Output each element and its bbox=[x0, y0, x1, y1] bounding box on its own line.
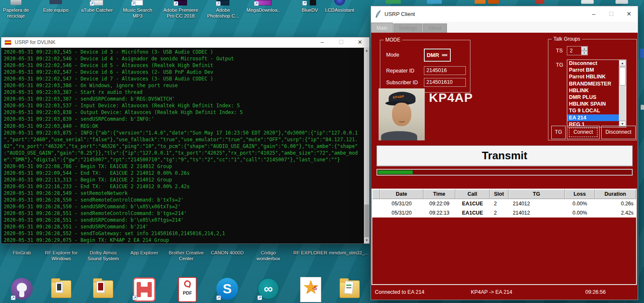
pdf-icon[interactable]: PDF bbox=[177, 277, 200, 303]
music-file-icon[interactable]: ↗ bbox=[132, 0, 143, 5]
tg-item[interactable]: Parrot HBLINK bbox=[567, 73, 619, 80]
folder-papers-icon[interactable] bbox=[338, 277, 361, 303]
desktop-icon-app-explorer[interactable]: App Explorer bbox=[123, 250, 165, 256]
table-row[interactable]: 05/31/20 09:22:09 EA1CUE 2 214012 0.00% … bbox=[372, 199, 636, 208]
tg-item-selected[interactable]: EA 214 bbox=[567, 114, 619, 121]
log-line: 2020-05-31 09:22:09,544 - End TX: EA1CUE… bbox=[4, 170, 364, 176]
log-line: ","port":"2460","use_serial":"false"},"u… bbox=[4, 136, 364, 143]
tg-item[interactable]: Disconnect bbox=[567, 60, 619, 67]
scroll-up-icon[interactable]: ▲ bbox=[364, 48, 369, 54]
repeater-id-field[interactable]: 2145016 bbox=[424, 66, 466, 75]
console-minimize-button[interactable]: – bbox=[313, 37, 332, 48]
console-maximize-button[interactable]: ☐ bbox=[332, 37, 351, 48]
transmit-button[interactable]: Transmit bbox=[377, 145, 633, 166]
tg-item[interactable]: Parrot BM bbox=[567, 67, 619, 73]
scrollbar-thumb[interactable] bbox=[619, 67, 626, 85]
subscriber-id-field[interactable]: 214501610 bbox=[424, 78, 466, 87]
mode-led-indicator bbox=[441, 54, 448, 57]
usrp-client-window: USRP Client – ☐ ✕ Main Settings About MO… bbox=[371, 6, 638, 300]
console-close-button[interactable]: ✕ bbox=[351, 37, 369, 48]
spin-up-icon[interactable]: ▲ bbox=[581, 47, 587, 51]
log-line: 2020-05-31 09:22:02,547 - Device id 7 - … bbox=[4, 75, 364, 82]
log-line: 2020-05-31 09:22:03,875 - INFO:{"ab":{"v… bbox=[4, 129, 364, 136]
desktop-icon-mmdvm[interactable]: mmdvm_stm32_... bbox=[328, 250, 370, 256]
log-line: 2020-05-31 09:26:28,550 - sendUSRPComman… bbox=[4, 203, 364, 210]
ts-spinner[interactable]: 2 ▲▼ bbox=[567, 46, 588, 55]
desktop-icon-papelera[interactable]: Papelera de reciclaje bbox=[0, 7, 37, 19]
desktop-icon-megadownloader[interactable]: MegaDownloa.. bbox=[242, 7, 284, 13]
usrp-titlebar[interactable]: USRP Client – ☐ ✕ bbox=[371, 6, 638, 22]
log-line: 2020-05-31 09:22:08,786 - Begin TX: EA1C… bbox=[4, 163, 364, 170]
tg-item[interactable]: TG 9 LOCAL bbox=[567, 107, 619, 114]
premiere-icon[interactable]: ↗ bbox=[174, 0, 187, 5]
folder-icon[interactable] bbox=[49, 277, 73, 303]
log-line: 2020-05-31 09:22:03,839 - sendUSRPComman… bbox=[4, 116, 364, 122]
console-titlebar[interactable]: USRP for DVLINK – ☐ ✕ bbox=[1, 37, 369, 48]
tg-button[interactable]: TG bbox=[551, 126, 566, 139]
col-date[interactable]: Date bbox=[380, 189, 423, 199]
photoshop-icon[interactable]: ↗ bbox=[217, 0, 229, 5]
github-icon[interactable]: ↗ bbox=[10, 277, 34, 303]
tg-item[interactable]: DMR PLUS bbox=[567, 94, 619, 101]
console-log: 2020-05-31 09:22:02,545 - Device id 3 - … bbox=[4, 49, 364, 243]
desktop-icon-rf-explorer-windows[interactable]: RF Explorer for Windows bbox=[40, 250, 82, 262]
desktop-icon-canon[interactable]: CANON 4000D bbox=[206, 250, 248, 256]
usrp-tabbar: Main Settings About bbox=[371, 22, 638, 33]
user-photo: KP4AP bbox=[379, 88, 425, 140]
tab-settings[interactable]: Settings bbox=[393, 23, 422, 33]
spin-down-icon[interactable]: ▼ bbox=[581, 51, 587, 55]
col-tg[interactable]: TG bbox=[509, 189, 565, 199]
desktop-icon-music-search[interactable]: Music Search MP3 bbox=[117, 7, 158, 19]
arduino-icon[interactable]: ∞ ↗ bbox=[257, 277, 280, 303]
desktop-icon-flixgrab[interactable]: FlixGrab bbox=[1, 250, 43, 256]
col-loss[interactable]: Loss bbox=[565, 189, 595, 199]
col-call[interactable]: Call bbox=[455, 189, 490, 199]
tg-listbox[interactable]: Disconnect Parrot BM Parrot HBLINK BRAND… bbox=[567, 60, 626, 127]
table-row[interactable]: 05/31/20 09:22:13 EA1CUE 2 214012 0.00% … bbox=[372, 208, 636, 218]
bluedv-icon[interactable]: ↗ bbox=[304, 0, 316, 5]
scroll-up-icon[interactable]: ▲ bbox=[619, 60, 626, 66]
lcdassistant-icon[interactable] bbox=[334, 0, 345, 5]
tab-about[interactable]: About bbox=[423, 23, 447, 33]
usrp-minimize-button[interactable]: – bbox=[585, 6, 602, 22]
log-line: 2020-05-31 09:22:03,387 - sendUSRPComman… bbox=[4, 96, 364, 102]
scroll-down-icon[interactable]: ▼ bbox=[364, 238, 369, 243]
desktop-icon-rf-explorer[interactable]: RF EXPLORER bbox=[289, 250, 331, 256]
tg-list-scrollbar[interactable]: ▲ ▼ bbox=[619, 60, 626, 127]
desktop-icon-photoshop[interactable]: Adobe Photoshop C... bbox=[202, 7, 244, 19]
table-header-row: Date Time Call Slot TG Loss Duration bbox=[372, 189, 636, 199]
tab-main[interactable]: Main bbox=[371, 23, 393, 33]
connect-button[interactable]: Connect bbox=[567, 126, 600, 139]
adobe-folder-icon[interactable] bbox=[91, 277, 115, 303]
desktop-icon-atube[interactable]: aTube Catcher bbox=[76, 7, 118, 13]
red-tile-icon[interactable]: ↗ bbox=[132, 277, 156, 303]
console-scrollbar[interactable]: ▲ ▼ bbox=[364, 48, 369, 243]
mode-dmr-button[interactable]: DMR bbox=[424, 49, 451, 62]
usrp-maximize-button[interactable]: ☐ bbox=[602, 6, 620, 22]
tg-item[interactable]: BRANDMEISTER bbox=[567, 80, 619, 87]
desktop-icon-premiere[interactable]: Adobe Premiere Pro CC 2018 bbox=[160, 7, 202, 19]
megadownloader-icon[interactable]: ↗ bbox=[255, 0, 272, 5]
desktop: ↗ ↗ ↗ ↗ ↗ ↗ Papelera de reciclaje Este e… bbox=[0, 0, 644, 303]
desktop-icon-este-equipo[interactable]: Este equipo bbox=[35, 7, 77, 13]
col-blank[interactable] bbox=[372, 189, 380, 199]
computer-icon[interactable] bbox=[49, 0, 62, 4]
desktop-icon-brother[interactable]: Brother Creative Center bbox=[165, 250, 207, 262]
desktop-icon-lcdassistant[interactable]: LCDAssistant bbox=[319, 7, 361, 13]
tg-item[interactable]: HBLINK bbox=[567, 87, 619, 94]
gold-star-icon[interactable]: ★ -S bbox=[299, 277, 323, 303]
usrp-close-button[interactable]: ✕ bbox=[620, 6, 638, 22]
desktop-icon-codigo-wonderbox[interactable]: Código wonderbox bbox=[247, 250, 289, 262]
trash-icon[interactable] bbox=[10, 0, 21, 5]
scrollbar-thumb[interactable] bbox=[364, 205, 369, 237]
col-slot[interactable]: Slot bbox=[490, 189, 509, 199]
atube-icon[interactable]: ↗ bbox=[91, 0, 103, 5]
desktop-icon-dolby-atmos[interactable]: Dolby Atmos Sound System bbox=[82, 250, 124, 262]
tg-item[interactable]: HBLINK SPAIN bbox=[567, 101, 619, 107]
console-output[interactable]: 2020-05-31 09:22:02,545 - Device id 3 - … bbox=[1, 48, 369, 243]
col-time[interactable]: Time bbox=[423, 189, 455, 199]
col-duration[interactable]: Duration bbox=[595, 189, 636, 199]
skype-icon[interactable]: S ↗ bbox=[216, 277, 239, 303]
console-title: USRP for DVLINK bbox=[15, 39, 313, 45]
disconnect-button[interactable]: Disconnect bbox=[601, 126, 636, 139]
